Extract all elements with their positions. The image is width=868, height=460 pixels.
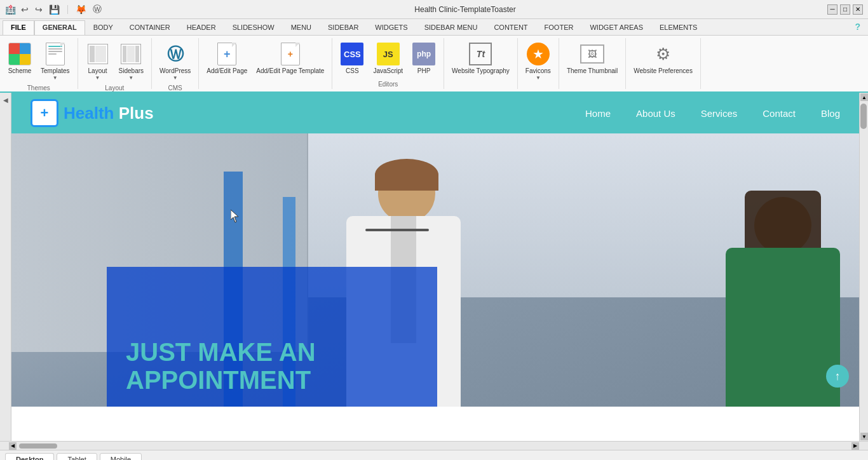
nav-about[interactable]: About Us <box>636 108 675 119</box>
tab-tablet[interactable]: Tablet <box>57 453 97 461</box>
tab-sidebar[interactable]: SIDEBAR <box>320 20 367 35</box>
ribbon-content: Scheme Templates ▼ Themes <box>0 36 868 93</box>
ribbon-group-favicons: ★ Favicons ▼ <box>518 38 559 89</box>
scheme-icon <box>8 42 32 66</box>
sidebars-button[interactable]: Sidebars ▼ <box>115 39 147 83</box>
doc-line-1 <box>48 46 62 47</box>
php-icon: php <box>412 42 436 66</box>
favicons-label: Favicons <box>526 67 551 75</box>
typography-button[interactable]: Tt Website Typography <box>448 39 513 78</box>
preferences-icon: ⚙ <box>651 42 675 66</box>
logo-health: Health <box>64 104 114 123</box>
scroll-up-btn[interactable]: ▲ <box>860 93 868 101</box>
help-btn[interactable]: ? <box>850 19 865 35</box>
scroll-track <box>860 102 868 432</box>
ribbon-group-typography: Tt Website Typography <box>444 38 518 89</box>
site-logo-icon: + <box>31 99 58 127</box>
tab-widget-areas[interactable]: WIDGET AREAS <box>581 20 651 35</box>
tab-body[interactable]: BODY <box>85 20 121 35</box>
h-scroll-thumb[interactable] <box>19 443 57 449</box>
scheme-grid <box>8 43 31 65</box>
php-button[interactable]: php PHP <box>408 39 440 78</box>
tab-widgets[interactable]: WIDGETS <box>367 20 416 35</box>
nav-home[interactable]: Home <box>585 108 611 119</box>
tab-header[interactable]: HEADER <box>179 20 224 35</box>
tab-desktop[interactable]: Desktop <box>5 453 54 461</box>
scroll-down-btn[interactable]: ▼ <box>860 433 868 440</box>
favicons-icon: ★ <box>526 42 550 66</box>
scroll-thumb[interactable] <box>860 104 867 129</box>
tab-elements[interactable]: ELEMENTS <box>651 20 705 35</box>
title-bar-controls: ─ □ ✕ <box>827 4 863 15</box>
minimize-btn[interactable]: ─ <box>827 4 837 15</box>
template-sign: + <box>288 49 293 59</box>
scroll-right-btn[interactable]: ▶ <box>851 442 859 450</box>
js-icon: JS <box>376 42 400 66</box>
nav-blog[interactable]: Blog <box>821 108 840 119</box>
layout-icon <box>86 42 110 66</box>
preferences-label: Website Preferences <box>634 67 693 75</box>
css-button[interactable]: CSS CSS <box>336 39 368 78</box>
add-edit-page-icon: + <box>215 42 239 66</box>
editors-items: CSS CSS JS JavaScript php PHP <box>336 38 440 81</box>
toolbar-redo[interactable]: ↪ <box>34 3 44 16</box>
wordpress-button[interactable]: Ⓦ WordPress ▼ <box>156 39 194 83</box>
toolbar-wordpress[interactable]: Ⓦ <box>92 3 103 17</box>
scheme-q1 <box>9 43 20 54</box>
collapse-icon[interactable]: ◀ <box>3 97 8 104</box>
scrollbar-right[interactable]: ▲ ▼ <box>859 93 868 441</box>
toolbar-save[interactable]: 💾 <box>48 3 61 16</box>
templates-doc <box>46 43 65 65</box>
tab-slideshow[interactable]: SLIDESHOW <box>224 20 283 35</box>
scroll-left-btn[interactable]: ◀ <box>9 442 17 450</box>
sidebars-grid <box>121 44 141 64</box>
tab-sidebar-menu[interactable]: SIDEBAR MENU <box>416 20 486 35</box>
app-title: Health Clinic-TemplateToaster <box>414 5 515 14</box>
themes-group-label: Themes <box>27 85 50 93</box>
thumbnail-button[interactable]: 🖼 Theme Thumbnail <box>563 39 621 78</box>
layout-label: Layout <box>88 67 107 75</box>
toolbar-undo[interactable]: ↩ <box>20 3 30 16</box>
thumbnail-items: 🖼 Theme Thumbnail <box>563 38 621 88</box>
maximize-btn[interactable]: □ <box>840 4 850 15</box>
layout-group-label: Layout <box>105 85 124 93</box>
scheme-button[interactable]: Scheme <box>4 39 36 78</box>
sidebar-collapse-left[interactable]: ◀ <box>0 93 11 441</box>
site-nav-links: Home About Us Services Contact Blog <box>585 108 840 119</box>
toolbar-browser[interactable]: 🦊 <box>74 3 88 16</box>
tab-general[interactable]: GENERAL <box>34 20 85 35</box>
sidebar-right <box>135 46 139 62</box>
app-icon: 🏥 <box>5 4 16 15</box>
tab-content[interactable]: CONTENT <box>485 20 536 35</box>
tab-menu[interactable]: MENU <box>283 20 320 35</box>
layout-button[interactable]: Layout ▼ <box>82 39 114 83</box>
sidebars-icon <box>119 42 143 66</box>
patient-top <box>726 248 840 407</box>
php-label: PHP <box>417 67 431 75</box>
tab-file[interactable]: FILE <box>3 20 34 35</box>
tab-footer[interactable]: FOOTER <box>536 20 582 35</box>
scheme-q2 <box>20 43 31 54</box>
favicons-button[interactable]: ★ Favicons ▼ <box>522 39 555 83</box>
logo-plus-icon: + <box>41 105 49 121</box>
stethoscope <box>365 229 429 231</box>
add-edit-page-button[interactable]: + Add/Edit Page <box>203 39 251 78</box>
cursor-indicator <box>231 210 242 226</box>
javascript-button[interactable]: JS JavaScript <box>369 39 407 78</box>
tab-mobile[interactable]: Mobile <box>100 453 142 461</box>
doc-line-4 <box>48 53 57 55</box>
nav-contact[interactable]: Contact <box>763 108 796 119</box>
sidebars-label: Sidebars <box>119 67 144 75</box>
nav-services[interactable]: Services <box>701 108 738 119</box>
templates-button[interactable]: Templates ▼ <box>37 39 74 83</box>
add-edit-template-button[interactable]: + Add/Edit Page Template <box>252 39 328 78</box>
themes-items: Scheme Templates ▼ <box>4 38 74 85</box>
preferences-button[interactable]: ⚙ Website Preferences <box>630 39 696 78</box>
scroll-to-top-btn[interactable]: ↑ <box>826 365 849 388</box>
tab-container[interactable]: CONTAINER <box>121 20 179 35</box>
scrollbar-horizontal[interactable]: ◀ ▶ <box>0 441 868 450</box>
php-badge: php <box>412 43 435 65</box>
add-edit-page-label: Add/Edit Page <box>207 67 247 75</box>
add-sign: + <box>224 48 231 60</box>
close-btn[interactable]: ✕ <box>853 4 863 15</box>
